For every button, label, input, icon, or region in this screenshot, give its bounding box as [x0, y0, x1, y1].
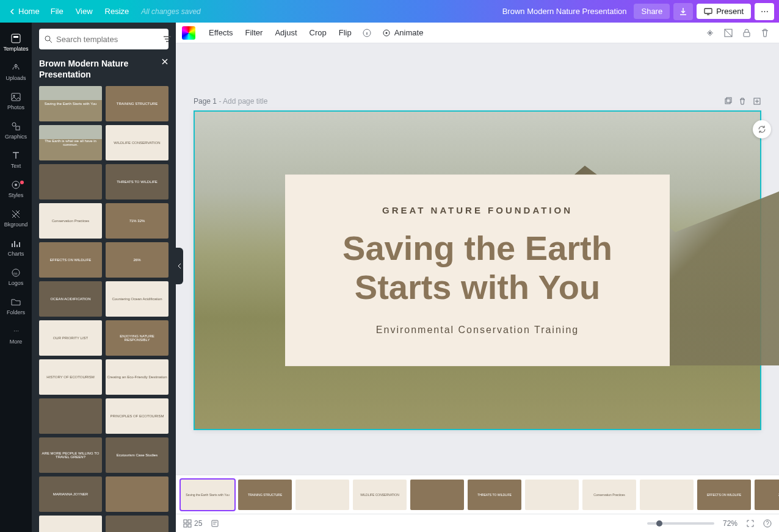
grid-icon [183, 519, 192, 528]
template-thumb[interactable]: Ecotourism Case Studies [106, 437, 168, 473]
svg-point-11 [45, 36, 50, 41]
grid-view-button[interactable]: 25 [183, 519, 202, 528]
template-thumb[interactable]: The Earth is what we all have in common. [39, 125, 102, 160]
home-button[interactable]: Home [5, 4, 45, 18]
template-thumb[interactable]: Saving the Earth Starts with You [39, 86, 102, 121]
page-thumb[interactable]: TRAINING STRUCTURE [238, 480, 292, 510]
duplicate-page-button[interactable] [723, 97, 732, 106]
rail-more[interactable]: ⋯ More [0, 320, 32, 350]
slide-canvas[interactable]: GREAT NATURE FOUNDATION Saving the Earth… [194, 110, 761, 430]
transparency-button[interactable] [720, 25, 736, 41]
animate-button[interactable]: Animate [377, 26, 429, 40]
page-thumb[interactable] [295, 480, 349, 510]
graphics-icon [10, 121, 21, 132]
svg-rect-23 [188, 524, 191, 527]
template-thumb[interactable]: GET TO KNOW OUR TEAM [39, 516, 102, 532]
template-thumb[interactable]: YOUR CHALLENGE [106, 516, 168, 532]
template-thumb[interactable]: TRAINING STRUCTURE [106, 86, 168, 121]
search-templates[interactable] [39, 29, 168, 49]
fullscreen-button[interactable] [746, 519, 755, 528]
rail-graphics[interactable]: Graphics [0, 115, 32, 145]
regenerate-button[interactable] [753, 120, 771, 138]
template-thumb[interactable]: EFFECTS ON WILDLIFE [39, 242, 102, 278]
rail-logos[interactable]: co. Logos [0, 262, 32, 291]
template-thumb[interactable]: PRINCIPLES OF ECOTOURISM [106, 398, 168, 434]
zoom-level[interactable]: 72% [723, 519, 737, 528]
template-thumb[interactable] [39, 164, 102, 200]
editor-toolbar: Effects Filter Adjust Crop Flip Animate [176, 23, 779, 43]
template-thumb[interactable]: OCEAN ACIDIFICATION [39, 281, 102, 317]
page-thumb[interactable]: EFFECTS ON WILDLIFE [697, 480, 751, 510]
page-thumb[interactable]: Saving the Earth Starts with You [181, 480, 234, 510]
template-thumb[interactable]: HISTORY OF ECOTOURISM [39, 359, 102, 395]
page-thumb[interactable]: THREATS TO WILDLIFE [468, 480, 521, 510]
flip-button[interactable]: Flip [334, 26, 357, 40]
template-thumb[interactable]: WILDLIFE CONSERVATION [106, 125, 168, 160]
canvas-scroll[interactable]: Page 1 - Add page title GREAT NATURE FOU… [176, 43, 779, 475]
template-thumb[interactable] [39, 398, 102, 434]
background-icon [10, 209, 21, 220]
crop-button[interactable]: Crop [305, 26, 332, 40]
color-picker[interactable] [182, 26, 195, 40]
rail-charts[interactable]: Charts [0, 232, 32, 262]
page-thumb[interactable]: Conservation Practices [582, 480, 636, 510]
template-thumb[interactable]: OUR PRIORITY LIST [39, 320, 102, 356]
page-thumb[interactable] [525, 480, 579, 510]
info-button[interactable] [359, 25, 375, 41]
adjust-button[interactable]: Adjust [270, 26, 302, 40]
template-thumb[interactable]: 71% 32% [106, 203, 168, 239]
template-thumb[interactable]: THREATS TO WILDLIFE [106, 164, 168, 200]
filter-icon[interactable] [162, 35, 172, 43]
panel-collapse-handle[interactable] [176, 248, 183, 284]
share-button[interactable]: Share [634, 4, 670, 19]
lock-button[interactable] [739, 25, 755, 41]
download-button[interactable] [673, 3, 693, 20]
page-thumb[interactable]: WILDLIFE CONSERVATION [353, 480, 407, 510]
filter-button[interactable]: Filter [241, 26, 268, 40]
present-button[interactable]: Present [697, 4, 751, 19]
template-thumb[interactable]: MARIANNA JOYNER [39, 476, 102, 512]
template-thumb[interactable]: Conservation Practices [39, 203, 102, 239]
template-thumb[interactable]: Countering Ocean Acidification [106, 281, 168, 317]
page-strip[interactable]: Saving the Earth Starts with YouTRAINING… [176, 475, 779, 514]
add-page-button[interactable] [753, 97, 761, 106]
template-thumb[interactable]: 26% [106, 242, 168, 278]
rail-text[interactable]: Text [0, 145, 32, 174]
rail-templates[interactable]: Templates [0, 27, 32, 57]
effects-button[interactable]: Effects [204, 26, 238, 40]
rail-uploads[interactable]: Uploads [0, 57, 32, 86]
slide-subtitle[interactable]: Environmental Conservation Training [310, 325, 645, 336]
search-input[interactable] [56, 35, 159, 44]
page-label[interactable]: Page 1 - Add page title [194, 97, 267, 106]
rail-label: Styles [9, 192, 24, 198]
svg-point-5 [12, 123, 16, 126]
rail-styles[interactable]: Styles [0, 174, 32, 203]
zoom-slider[interactable] [647, 522, 714, 525]
slide-eyebrow[interactable]: GREAT NATURE FOUNDATION [310, 205, 645, 215]
delete-page-button[interactable] [738, 97, 747, 106]
notes-button[interactable] [211, 519, 219, 528]
slide-title[interactable]: Saving the EarthStarts with You [310, 229, 645, 307]
page-thumb[interactable]: 26% [755, 480, 779, 510]
template-thumb[interactable]: ARE MORE PEOPLE WILLING TO TRAVEL GREEN? [39, 437, 102, 473]
more-menu-button[interactable]: ⋯ [755, 3, 774, 20]
view-menu[interactable]: View [70, 4, 99, 18]
resize-menu[interactable]: Resize [99, 4, 136, 18]
template-thumb[interactable]: ENJOYING NATURE RESPONSIBLY [106, 320, 168, 356]
template-thumb[interactable]: Creating an Eco-Friendly Destination [106, 359, 168, 395]
animate-label: Animate [394, 28, 424, 37]
slide-title-card[interactable]: GREAT NATURE FOUNDATION Saving the Earth… [285, 174, 670, 366]
delete-button[interactable] [757, 25, 773, 41]
position-button[interactable] [702, 25, 718, 41]
rail-photos[interactable]: Photos [0, 86, 32, 115]
template-thumb[interactable] [106, 476, 168, 512]
document-title[interactable]: Brown Modern Nature Presentation [502, 7, 627, 16]
svg-rect-18 [726, 98, 731, 102]
rail-background[interactable]: Bkground [0, 203, 32, 232]
help-button[interactable] [763, 519, 772, 528]
page-thumb[interactable] [640, 480, 694, 510]
close-icon[interactable] [161, 58, 168, 65]
file-menu[interactable]: File [45, 4, 70, 18]
page-thumb[interactable] [410, 480, 464, 510]
rail-folders[interactable]: Folders [0, 291, 32, 320]
